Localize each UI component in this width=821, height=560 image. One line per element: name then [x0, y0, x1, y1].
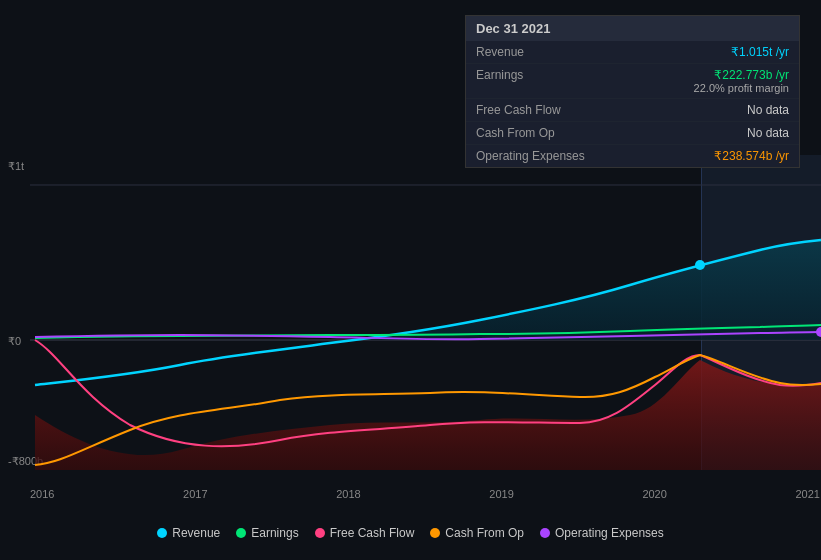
tooltip-label-fcf: Free Cash Flow	[476, 103, 561, 117]
tooltip-value-opex: ₹238.574b /yr	[714, 149, 789, 163]
legend-dot-opex	[540, 528, 550, 538]
tooltip-label-opex: Operating Expenses	[476, 149, 585, 163]
legend-label-revenue: Revenue	[172, 526, 220, 540]
x-label-2016: 2016	[30, 488, 54, 500]
tooltip-label-earnings: Earnings	[476, 68, 523, 82]
legend-item-earnings[interactable]: Earnings	[236, 526, 298, 540]
tooltip-row-fcf: Free Cash Flow No data	[466, 99, 799, 122]
svg-point-4	[695, 260, 705, 270]
tooltip-value-revenue: ₹1.015t /yr	[731, 45, 789, 59]
tooltip-value-earnings: ₹222.773b /yr 22.0% profit margin	[694, 68, 789, 94]
legend-dot-revenue	[157, 528, 167, 538]
x-label-2020: 2020	[642, 488, 666, 500]
legend-item-cashfromop[interactable]: Cash From Op	[430, 526, 524, 540]
legend-dot-cashfromop	[430, 528, 440, 538]
legend-dot-earnings	[236, 528, 246, 538]
tooltip-value-fcf: No data	[747, 103, 789, 117]
legend-label-earnings: Earnings	[251, 526, 298, 540]
legend-item-fcf[interactable]: Free Cash Flow	[315, 526, 415, 540]
x-label-2019: 2019	[489, 488, 513, 500]
legend-label-fcf: Free Cash Flow	[330, 526, 415, 540]
tooltip-row-cashfromop: Cash From Op No data	[466, 122, 799, 145]
chart-container: Dec 31 2021 Revenue ₹1.015t /yr Earnings…	[0, 0, 821, 560]
tooltip-row-revenue: Revenue ₹1.015t /yr	[466, 41, 799, 64]
tooltip-value-cashfromop: No data	[747, 126, 789, 140]
x-label-2018: 2018	[336, 488, 360, 500]
legend-item-revenue[interactable]: Revenue	[157, 526, 220, 540]
x-label-2021: 2021	[795, 488, 819, 500]
tooltip-box: Dec 31 2021 Revenue ₹1.015t /yr Earnings…	[465, 15, 800, 168]
legend-label-cashfromop: Cash From Op	[445, 526, 524, 540]
tooltip-header: Dec 31 2021	[466, 16, 799, 41]
tooltip-row-earnings: Earnings ₹222.773b /yr 22.0% profit marg…	[466, 64, 799, 99]
tooltip-label-revenue: Revenue	[476, 45, 524, 59]
tooltip-label-cashfromop: Cash From Op	[476, 126, 555, 140]
x-label-2017: 2017	[183, 488, 207, 500]
tooltip-row-opex: Operating Expenses ₹238.574b /yr	[466, 145, 799, 167]
chart-svg	[0, 155, 821, 470]
legend-dot-fcf	[315, 528, 325, 538]
x-labels: 2016 2017 2018 2019 2020 2021	[30, 488, 820, 500]
legend-item-opex[interactable]: Operating Expenses	[540, 526, 664, 540]
legend: Revenue Earnings Free Cash Flow Cash Fro…	[0, 526, 821, 540]
legend-label-opex: Operating Expenses	[555, 526, 664, 540]
